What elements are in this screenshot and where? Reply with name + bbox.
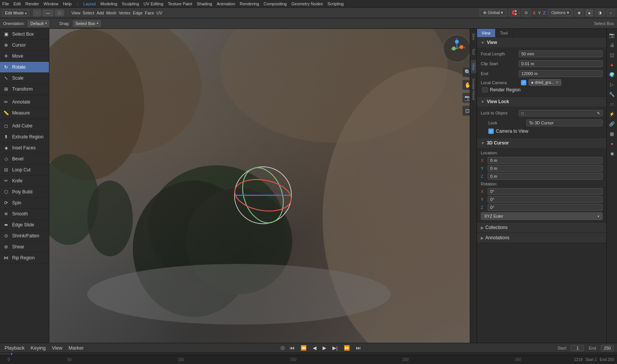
next-frame-btn[interactable]: ⏩ <box>342 344 351 351</box>
jump-end-btn[interactable]: ⏭ <box>354 344 362 351</box>
modifier-props-icon[interactable]: 🔧 <box>608 90 616 99</box>
tool-knife[interactable]: ✂ Knife <box>0 176 49 187</box>
tool-cursor[interactable]: ⊕ Cursor <box>0 40 49 51</box>
shader-props-icon[interactable]: ◉ <box>608 149 616 158</box>
tool-bevel[interactable]: ◇ Bevel <box>0 154 49 165</box>
data-props-icon[interactable]: ▦ <box>608 130 616 138</box>
tool-shear[interactable]: ⊘ Shear <box>0 242 49 253</box>
menu-render[interactable]: Render <box>25 2 39 6</box>
material-props-icon[interactable]: ● <box>608 140 616 148</box>
tool-annotate[interactable]: ✏ Annotate <box>0 97 49 108</box>
shading-solid[interactable]: ● <box>586 9 593 16</box>
tool-rip-region[interactable]: ⋈ Rip Region <box>0 253 49 264</box>
physics-props-icon[interactable]: ⚡ <box>608 110 616 118</box>
prev-frame-btn[interactable]: ⏪ <box>299 344 308 351</box>
lock-to-object-field[interactable]: □ ✎ <box>519 110 603 116</box>
keying-menu[interactable]: Keying <box>29 344 47 351</box>
tool-extrude-region[interactable]: ⬆ Extrude Region <box>0 132 49 143</box>
view-menu-timeline[interactable]: View <box>50 344 64 351</box>
object-props-icon[interactable]: ▷ <box>608 80 616 89</box>
play-btn[interactable]: ▶ <box>321 344 328 351</box>
scene-props-icon[interactable]: 🔺 <box>608 61 616 69</box>
tool-inset-faces[interactable]: ◈ Inset Faces <box>0 143 49 154</box>
start-frame-input[interactable] <box>571 345 584 351</box>
euler-dropdown[interactable]: XYZ Euler ▾ <box>481 212 603 220</box>
tab-rendering[interactable]: Rendering <box>240 2 259 6</box>
prev-keyframe-btn[interactable]: ◀ <box>311 344 318 351</box>
drag-dropdown[interactable]: Select Box ▾ <box>73 20 101 27</box>
select-menu[interactable]: Select <box>83 11 94 15</box>
clip-start-value[interactable]: 0.01 m <box>519 60 603 67</box>
rot-y-value[interactable]: 0° <box>488 196 603 203</box>
camera-to-view-checkbox[interactable]: ✓ <box>488 129 494 134</box>
tab-geometry-nodes[interactable]: Geometry Nodes <box>291 2 323 6</box>
options-btn[interactable]: Options ▾ <box>548 9 573 16</box>
tool-scale[interactable]: ⤡ Scale <box>0 73 49 84</box>
tab-item-tool[interactable]: Tool <box>496 29 513 37</box>
end-frame-input[interactable] <box>601 345 614 351</box>
tool-measure[interactable]: 📏 Measure <box>0 108 49 119</box>
view-layer-props-icon[interactable]: ◫ <box>608 51 616 59</box>
face-select-btn[interactable]: □ <box>55 9 65 16</box>
record-dot[interactable] <box>280 346 285 350</box>
tab-item-label[interactable]: Item <box>471 30 476 43</box>
menu-file[interactable]: File <box>2 2 9 6</box>
rotation-gizmo[interactable] <box>233 165 293 226</box>
tab-modeling[interactable]: Modeling <box>100 2 117 6</box>
tab-grease-pencil-label[interactable]: Grease Pencil <box>471 75 476 103</box>
loc-x-value[interactable]: 0 m <box>488 157 603 164</box>
view-lock-header[interactable]: ▼ View Lock <box>477 97 606 107</box>
face-menu[interactable]: Face <box>145 11 154 15</box>
overlay-icon[interactable]: ◈ <box>575 9 583 16</box>
annotations-section[interactable]: ▶ Annotations ··· <box>477 233 606 243</box>
tool-smooth[interactable]: ≋ Smooth <box>0 209 49 220</box>
lock-pick-icon[interactable]: ✎ <box>597 111 600 115</box>
constraints-props-icon[interactable]: 🔗 <box>608 120 616 128</box>
tab-compositing[interactable]: Compositing <box>264 2 287 6</box>
orientation-dropdown[interactable]: Default ▾ <box>28 20 49 27</box>
snap-btn[interactable]: 🧲 <box>509 9 519 16</box>
tool-spin[interactable]: ⟳ Spin <box>0 198 49 209</box>
tool-edge-slide[interactable]: ⬌ Edge Slide <box>0 220 49 231</box>
tab-scripting[interactable]: Scripting <box>327 2 344 6</box>
render-props-icon[interactable]: 📷 <box>608 31 616 39</box>
shading-render[interactable]: ○ <box>607 9 615 16</box>
menu-edit[interactable]: Edit <box>14 2 21 6</box>
output-props-icon[interactable]: 🖨 <box>608 41 616 49</box>
loc-y-value[interactable]: 0 m <box>488 165 603 172</box>
particles-props-icon[interactable]: ∷ <box>608 100 616 108</box>
next-keyframe-btn[interactable]: ▶| <box>331 344 339 351</box>
tab-view-label[interactable]: View <box>471 60 476 73</box>
lock-to-3d-cursor-value[interactable]: To 3D Cursor <box>526 119 603 126</box>
clip-end-value[interactable]: 12000 m <box>519 70 603 77</box>
camera-remove-btn[interactable]: ✕ <box>556 80 559 85</box>
jump-start-btn[interactable]: ⏮ <box>288 344 296 351</box>
tab-sculpting[interactable]: Sculpting <box>122 2 139 6</box>
menu-help[interactable]: Help <box>63 2 72 6</box>
focal-length-value[interactable]: 50 mm <box>519 50 603 57</box>
tab-animation[interactable]: Animation <box>217 2 235 6</box>
collections-section[interactable]: ▶ Collections ··· <box>477 223 606 233</box>
mode-selector[interactable]: Edit Mode ▾ <box>2 9 29 16</box>
tool-rotate[interactable]: ↻ Rotate <box>0 62 49 73</box>
edge-select-btn[interactable]: — <box>42 9 54 16</box>
view-section-header[interactable]: ▼ View <box>477 38 606 47</box>
render-region-checkbox[interactable] <box>482 87 488 93</box>
rot-x-value[interactable]: 0° <box>488 188 603 195</box>
global-orientation[interactable]: ⊕ Global ▾ <box>480 9 507 16</box>
add-menu[interactable]: Add <box>96 11 104 15</box>
menu-window[interactable]: Window <box>44 2 58 6</box>
navigation-cube[interactable]: Y -X Z <box>442 33 472 64</box>
world-props-icon[interactable]: 🌍 <box>608 71 616 79</box>
tool-select-box[interactable]: ▣ Select Box <box>0 29 49 40</box>
uv-menu[interactable]: UV <box>156 11 162 15</box>
mesh-menu[interactable]: Mesh <box>106 11 116 15</box>
tab-uv-editing[interactable]: UV Editing <box>143 2 163 6</box>
viewport-3d[interactable]: Y -X Z 🔍 ✋ 📷 ⊡ <box>49 29 477 343</box>
tab-layout[interactable]: Layout <box>83 2 96 6</box>
tab-tool-label[interactable]: Tool <box>471 46 476 58</box>
local-camera-checkbox[interactable]: ✓ <box>521 80 526 85</box>
edge-menu[interactable]: Edge <box>133 11 143 15</box>
tool-poly-build[interactable]: ⬡ Poly Build <box>0 187 49 198</box>
loc-z-value[interactable]: 0 m <box>488 173 603 180</box>
